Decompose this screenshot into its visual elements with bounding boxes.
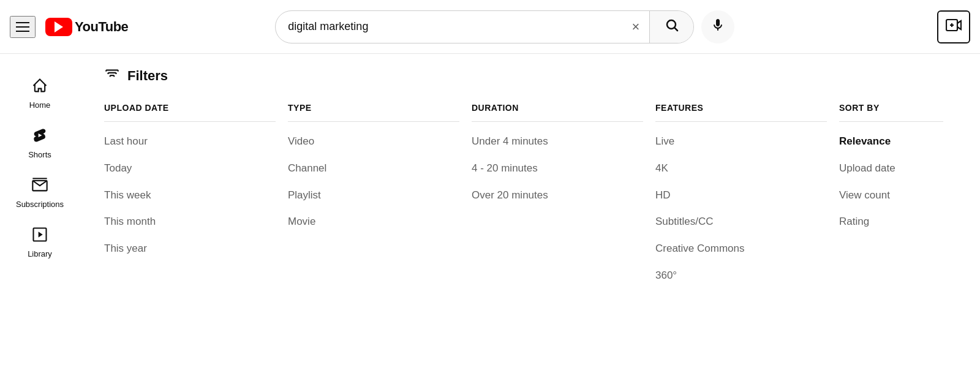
filter-item-live[interactable]: Live bbox=[655, 134, 827, 149]
sidebar-item-home[interactable]: Home bbox=[0, 69, 80, 118]
filter-item-this-week[interactable]: This week bbox=[104, 188, 276, 203]
filter-header-upload-date: UPLOAD DATE bbox=[104, 103, 276, 122]
sidebar-item-library-label: Library bbox=[28, 249, 52, 258]
filter-item-over-20-min[interactable]: Over 20 minutes bbox=[472, 188, 643, 203]
filter-column-duration: DURATION Under 4 minutes 4 - 20 minutes … bbox=[472, 103, 655, 295]
filters-title: Filters bbox=[127, 68, 168, 84]
filter-header-sort-by: SORT BY bbox=[839, 103, 943, 122]
subscriptions-icon bbox=[31, 176, 48, 196]
search-submit-button[interactable] bbox=[649, 10, 693, 43]
filter-header-features: FEATURES bbox=[655, 103, 827, 122]
sidebar-item-home-label: Home bbox=[29, 100, 51, 110]
filter-grid: UPLOAD DATE Last hour Today This week Th… bbox=[104, 103, 956, 295]
filter-item-rating[interactable]: Rating bbox=[839, 214, 943, 229]
sidebar-item-subscriptions-label: Subscriptions bbox=[16, 200, 64, 209]
filter-item-relevance[interactable]: Relevance bbox=[839, 134, 943, 149]
filter-item-360[interactable]: 360° bbox=[655, 268, 827, 283]
youtube-logo[interactable]: YouTube bbox=[45, 18, 128, 36]
filter-item-video[interactable]: Video bbox=[288, 134, 459, 149]
sidebar-item-library[interactable]: Library bbox=[0, 217, 80, 267]
body-layout: Home Shorts Subscriptions bbox=[0, 54, 980, 307]
voice-search-button[interactable] bbox=[701, 10, 734, 43]
hamburger-menu-button[interactable] bbox=[10, 16, 36, 38]
filter-item-upload-date[interactable]: Upload date bbox=[839, 161, 943, 176]
filter-column-type: TYPE Video Channel Playlist Movie bbox=[288, 103, 472, 295]
filters-header: Filters bbox=[104, 66, 956, 86]
filter-item-this-month[interactable]: This month bbox=[104, 214, 276, 229]
main-content: Filters UPLOAD DATE Last hour Today This… bbox=[80, 54, 980, 307]
svg-marker-8 bbox=[39, 232, 43, 237]
header-left: YouTube bbox=[10, 16, 169, 38]
shorts-icon bbox=[31, 127, 48, 146]
youtube-logo-text: YouTube bbox=[75, 19, 128, 35]
sidebar: Home Shorts Subscriptions bbox=[0, 54, 80, 307]
sidebar-item-shorts[interactable]: Shorts bbox=[0, 118, 80, 168]
search-icon bbox=[665, 18, 679, 36]
svg-line-1 bbox=[674, 28, 677, 30]
create-icon bbox=[946, 18, 962, 36]
create-video-button[interactable] bbox=[937, 10, 970, 43]
search-bar: digital marketing × bbox=[275, 10, 694, 43]
youtube-logo-icon bbox=[45, 18, 72, 36]
filter-header-duration: DURATION bbox=[472, 103, 643, 122]
home-icon bbox=[31, 77, 48, 97]
filter-column-upload-date: UPLOAD DATE Last hour Today This week Th… bbox=[104, 103, 288, 295]
filter-item-this-year[interactable]: This year bbox=[104, 241, 276, 256]
library-icon bbox=[31, 226, 48, 246]
filter-item-last-hour[interactable]: Last hour bbox=[104, 134, 276, 149]
filter-item-4k[interactable]: 4K bbox=[655, 161, 827, 176]
filter-column-sort-by: SORT BY Relevance Upload date View count… bbox=[839, 103, 956, 295]
filter-header-type: TYPE bbox=[288, 103, 459, 122]
header: YouTube digital marketing × bbox=[0, 0, 980, 54]
filter-item-playlist[interactable]: Playlist bbox=[288, 188, 459, 203]
filter-item-creative-commons[interactable]: Creative Commons bbox=[655, 241, 827, 256]
filter-item-4-20-min[interactable]: 4 - 20 minutes bbox=[472, 161, 643, 176]
mic-icon bbox=[710, 18, 725, 36]
search-input[interactable]: digital marketing bbox=[276, 20, 622, 33]
search-area: digital marketing × bbox=[275, 10, 734, 43]
sidebar-item-subscriptions[interactable]: Subscriptions bbox=[0, 168, 80, 217]
header-right bbox=[937, 10, 970, 43]
filter-item-movie[interactable]: Movie bbox=[288, 214, 459, 229]
filter-column-features: FEATURES Live 4K HD Subtitles/CC Creativ… bbox=[655, 103, 839, 295]
sidebar-item-shorts-label: Shorts bbox=[28, 150, 51, 159]
filter-item-subtitles-cc[interactable]: Subtitles/CC bbox=[655, 214, 827, 229]
filter-item-channel[interactable]: Channel bbox=[288, 161, 459, 176]
filter-item-today[interactable]: Today bbox=[104, 161, 276, 176]
filter-item-hd[interactable]: HD bbox=[655, 188, 827, 203]
search-clear-button[interactable]: × bbox=[622, 20, 649, 34]
filters-icon bbox=[104, 66, 120, 86]
filter-item-view-count[interactable]: View count bbox=[839, 188, 943, 203]
filter-item-under-4-min[interactable]: Under 4 minutes bbox=[472, 134, 643, 149]
